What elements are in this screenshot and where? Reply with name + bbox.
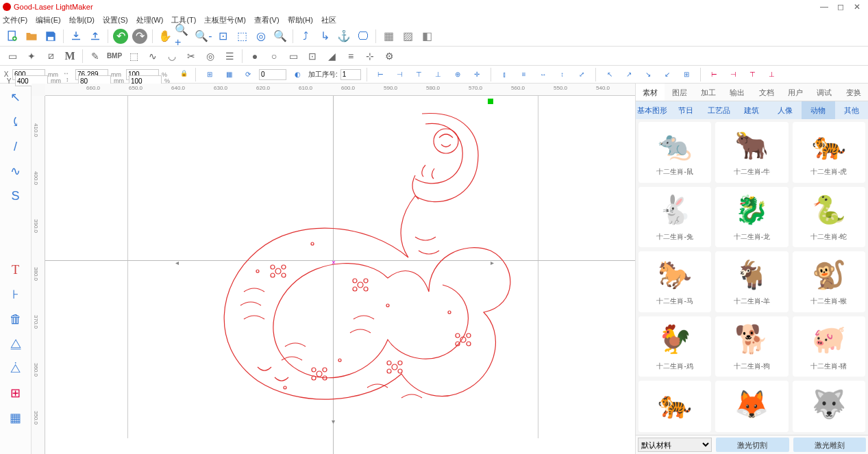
align-bottom-button[interactable]: ⊥ [430, 68, 447, 81]
open-file-button[interactable] [22, 27, 41, 45]
fill-circle-button[interactable]: ● [245, 48, 264, 64]
cut-node-button[interactable]: ✂ [182, 48, 201, 64]
align-middle-button[interactable]: ✛ [469, 68, 485, 81]
node-tool[interactable]: ⤹ [5, 112, 27, 131]
grid-tool[interactable]: ▦ [5, 408, 27, 427]
corner-tl-button[interactable]: ↖ [602, 68, 618, 81]
menu-view[interactable]: 查看(V) [254, 15, 280, 25]
ellipse-tool[interactable] [5, 236, 27, 255]
cat-basic[interactable]: 基本图形 [636, 101, 669, 119]
canvas[interactable]: × ◂ ▸ ▾ [45, 96, 635, 454]
concentric-button[interactable]: ◎ [201, 48, 220, 64]
group2-button[interactable]: ▨ [398, 27, 417, 45]
gallery-item[interactable]: 🐉十二生肖-龙 [715, 187, 788, 248]
zoom-select-button[interactable]: ⬚ [232, 27, 251, 45]
menu-help[interactable]: 帮助(H) [288, 15, 313, 25]
menu-file[interactable]: 文件(F) [3, 15, 27, 25]
flip-v-button[interactable]: ⊣ [726, 68, 742, 81]
zoom-fit-button[interactable]: ⊡ [213, 27, 232, 45]
new-file-button[interactable] [3, 27, 22, 45]
crop-button[interactable]: ⊹ [360, 48, 380, 64]
mirror-v-tool[interactable]: ⧊ [5, 359, 27, 378]
gallery-item[interactable]: 🐅 [638, 381, 711, 432]
cat-holiday[interactable]: 节日 [669, 101, 702, 119]
laser-cut-button[interactable]: 激光切割 [716, 438, 789, 452]
maximize-button[interactable]: ◻ [832, 2, 849, 12]
cat-other[interactable]: 其他 [835, 101, 868, 119]
gallery-item[interactable]: 🐅十二生肖-虎 [793, 122, 865, 183]
tab-user[interactable]: 用户 [781, 84, 810, 101]
space-h-button[interactable]: ↔ [535, 68, 551, 81]
rect-button[interactable]: ▭ [284, 48, 303, 64]
camera-button[interactable]: ▭ [3, 48, 22, 64]
curve-tool[interactable]: S [5, 186, 27, 205]
gallery-item[interactable]: 🐍十二生肖-蛇 [793, 187, 865, 248]
arc-button[interactable]: ◡ [162, 48, 182, 64]
corner-tr-button[interactable]: ↗ [621, 68, 637, 81]
curve-button[interactable]: ∿ [143, 48, 162, 64]
gallery-item[interactable]: 🐀十二生肖-鼠 [638, 122, 711, 183]
undo-button[interactable]: ↶ [113, 29, 128, 44]
align-center-h-button[interactable]: ⊣ [392, 68, 408, 81]
lock-aspect-icon[interactable]: 🔒 [180, 70, 190, 79]
menu-draw[interactable]: 绘制(D) [69, 15, 95, 25]
line-tool[interactable]: / [5, 137, 27, 156]
gallery-item[interactable]: 🐂十二生肖-牛 [715, 122, 788, 183]
import-button[interactable] [66, 27, 86, 45]
rotate-button[interactable]: ⟳ [240, 68, 256, 81]
align-text-button[interactable]: ≡ [341, 48, 360, 64]
group3-button[interactable]: ◧ [417, 27, 436, 45]
gallery-item[interactable]: 🐇十二生肖-兔 [638, 187, 711, 248]
mirror-h-tool[interactable]: ⧋ [5, 334, 27, 353]
cat-craft[interactable]: 工艺品 [702, 101, 735, 119]
zoom-out-button[interactable]: 🔍- [194, 27, 213, 45]
expand-button[interactable]: ⤢ [573, 68, 590, 81]
menu-community[interactable]: 社区 [321, 15, 336, 25]
flip-h-button[interactable]: ⊢ [706, 68, 723, 81]
corner-bl-button[interactable]: ↙ [659, 68, 675, 81]
mask-button[interactable]: M [60, 48, 79, 64]
frame-button[interactable]: ⊡ [303, 48, 322, 64]
redo-button[interactable]: ↷ [132, 29, 147, 44]
list-button[interactable]: ☰ [220, 48, 239, 64]
snake-artwork[interactable] [175, 100, 511, 429]
gallery-item[interactable]: 🐕十二生肖-狗 [715, 316, 788, 377]
cat-portrait[interactable]: 人像 [769, 101, 802, 119]
align-left-button[interactable]: ⊢ [373, 68, 389, 81]
menu-process[interactable]: 处理(W) [136, 15, 164, 25]
save-file-button[interactable] [41, 27, 60, 45]
close-button[interactable]: ✕ [849, 2, 865, 12]
tab-doc[interactable]: 文档 [752, 84, 781, 101]
rot-apply-button[interactable]: ◐ [289, 68, 306, 81]
gallery-item[interactable]: 🐒十二生肖-猴 [793, 251, 865, 312]
zoom-object-button[interactable]: ◎ [251, 27, 271, 45]
wand-button[interactable]: ✦ [22, 48, 41, 64]
minimize-button[interactable]: — [816, 2, 832, 12]
cat-arch[interactable]: 建筑 [735, 101, 768, 119]
screen-button[interactable]: 🖵 [354, 27, 373, 45]
delete-tool[interactable]: 🗑 [5, 310, 27, 329]
anchor-grid-button[interactable]: ⊞ [201, 68, 218, 81]
rotate-cw-button[interactable]: ⊤ [745, 68, 761, 81]
gallery-item[interactable]: 🐺 [793, 381, 865, 432]
select-tool[interactable]: ↖ [5, 88, 27, 107]
tab-transform[interactable]: 变换 [839, 84, 868, 101]
array-tool[interactable]: ⊞ [5, 383, 27, 403]
bounds-button[interactable]: ⬚ [124, 48, 143, 64]
tab-process[interactable]: 加工 [694, 84, 723, 101]
anchor-button[interactable]: ⚓ [334, 27, 354, 45]
laser-engrave-button[interactable]: 激光雕刻 [793, 438, 866, 452]
path-edit-button[interactable]: ⤴ [296, 27, 315, 45]
bmp-button[interactable]: BMP [105, 48, 124, 64]
tab-layer[interactable]: 图层 [665, 84, 693, 101]
tab-debug[interactable]: 调试 [810, 84, 839, 101]
group1-button[interactable]: ▦ [379, 27, 398, 45]
gear-button[interactable]: ⚙ [380, 48, 399, 64]
menu-board[interactable]: 主板型号(M) [204, 15, 246, 25]
cat-animal[interactable]: 动物 [802, 101, 834, 119]
seq-input[interactable] [340, 69, 361, 80]
export-button[interactable] [86, 27, 105, 45]
menu-settings[interactable]: 设置(S) [103, 15, 128, 25]
grid-align-button[interactable]: ⊞ [678, 68, 695, 81]
tab-output[interactable]: 输出 [723, 84, 752, 101]
